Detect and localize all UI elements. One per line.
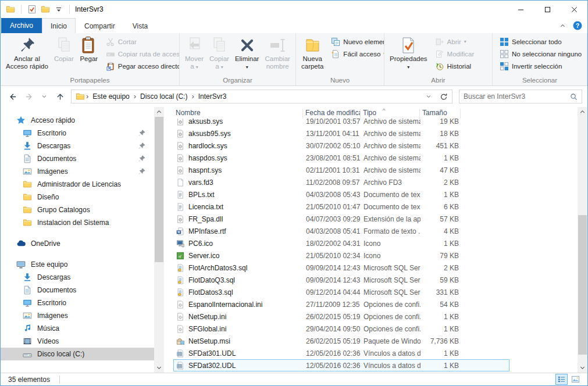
rename-button[interactable]: Cambiarnombre [262,35,293,72]
copy-path-button[interactable]: W...Copiar ruta de acceso [104,48,180,60]
new-item-icon [331,37,340,47]
scroll-up-arrow[interactable] [578,107,587,117]
sidebar-item-acceso-rapido[interactable]: Acceso rápido [1,114,154,127]
column-header-tipo[interactable]: ^Tipo [361,109,420,119]
app-folder-icon[interactable] [6,5,15,14]
sidebar-item-escritorio[interactable]: Escritorio [1,127,154,140]
sidebar-item-descargas[interactable]: Descargas [1,271,154,284]
file-row-haspdos-sys[interactable]: haspdos.sys23/08/2001 08:51 a...Archivo … [173,152,509,164]
file-row-licencia-txt[interactable]: Licencia.txt21/05/2010 01:47 a...Documen… [173,201,509,213]
sidebar-item-documentos[interactable]: Documentos [1,284,154,296]
open-button[interactable]: Abrir ▾ [433,35,477,48]
easy-access-button[interactable]: Fácil acceso ▾ [329,48,384,60]
details-view-button[interactable] [555,374,568,385]
breadcrumb-item-intersvr3[interactable]: InterSvr3 [195,92,230,101]
file-row-netsetup-ini[interactable]: NetSetup.ini26/02/2015 05:19 ...Opciones… [173,310,509,323]
move-to-button[interactable]: Movera ▾ [182,35,206,72]
column-header-tamano[interactable]: Tamaño [420,109,461,119]
file-row-netsetup-msi[interactable]: NetSetup.msi26/02/2015 05:19 ...Paquete … [173,335,509,347]
file-row-flotdatoq3-sql[interactable]: FlotDatoQ3.sql09/09/2014 12:43 a...Micro… [173,274,509,286]
thumbnails-view-button[interactable] [569,374,582,385]
search-icon[interactable] [570,93,578,101]
help-icon[interactable]: ? [573,21,582,30]
file-row-aksusb95-sys[interactable]: aksusb95.sys13/11/2001 04:11 a...Archivo… [173,127,509,140]
refresh-button[interactable] [437,90,451,103]
select-all-button[interactable]: Seleccionar todo [497,35,584,48]
properties-button[interactable]: Propiedades▾ [387,35,430,72]
properties-shortcut-icon[interactable] [27,5,37,14]
modify-button[interactable]: Modificar [433,48,477,60]
column-header-nombre[interactable]: Nombre [173,109,303,119]
file-row-espanolinternacional-ini[interactable]: EspanolInternacional.ini27/11/2009 12:35… [173,298,509,310]
customize-toolbar-icon[interactable] [54,5,63,14]
file-row-vars-fd3[interactable]: vars.fd311/02/2008 09:57 ...Archivo FD32… [173,176,509,188]
sidebar-item-imagenes[interactable]: Imágenes [1,309,154,322]
file-row-flotdatos3-sql[interactable]: FlotDatos3.sql09/12/2014 04:44 ...Micros… [173,286,509,298]
copy-to-button[interactable]: Copiara ▾ [206,35,232,72]
tab-inicio[interactable]: Inicio [42,18,76,33]
file-row-sfdat302-udl[interactable]: SFDat302.UDL12/05/2016 02:36 ...Vínculos… [173,359,509,371]
file-row-flotarchdatos3-sql[interactable]: FlotArchDatos3.sql09/09/2014 12:43 a...M… [173,262,509,274]
collapse-ribbon-icon[interactable] [560,23,566,29]
sidebar-item-diseno[interactable]: Diseño [1,191,154,203]
file-row-fr-spa-dll[interactable]: FR_Spa.dll04/07/2003 09:29 ...Extensión … [173,213,509,225]
address-dropdown-button[interactable] [422,90,436,103]
file-row-server-ico[interactable]: sfServer.ico21/05/2010 02:34 a...Icono79… [173,249,509,262]
scroll-down-arrow[interactable] [578,363,587,373]
sidebar-item-grupo-catalogos[interactable]: Grupo Catalogos [1,203,154,216]
recent-locations-button[interactable] [37,90,51,103]
sidebar-item-descargas[interactable]: Descargas [1,140,154,152]
sidebar-item-imagenes[interactable]: Imágenes [1,165,154,178]
address-bar[interactable]: ›Este equipo›Disco local (C:)›InterSvr3 [71,90,452,103]
copy-button[interactable]: Copiar [51,35,77,64]
new-folder-shortcut-icon[interactable] [41,5,50,14]
paste-button[interactable]: Pegar [77,35,101,64]
forward-button[interactable] [22,90,35,103]
sidebar-item-disco-local-c[interactable]: Disco local (C:) [1,348,154,360]
search-input[interactable] [464,92,566,101]
file-row-sfdat301-udl[interactable]: SFDat301.UDL12/05/2016 02:36 ...Vínculos… [173,347,509,359]
file-row-pc6-ico[interactable]: PC6.ico18/02/2002 04:31 ...Icono1 KB [173,237,509,249]
tab-compartir[interactable]: Compartir [76,18,124,33]
file-row-bpls-txt[interactable]: BPLs.txt04/03/2008 05:43 ...Documento de… [173,188,509,201]
scrollbar-thumb[interactable] [155,117,163,262]
new-folder-button[interactable]: Nuevacarpeta [298,35,326,72]
file-row-sfglobal-ini[interactable]: SFGlobal.ini29/04/2014 09:50 ...Opciones… [173,323,509,335]
back-button[interactable] [6,90,20,103]
delete-button[interactable]: Eliminar▾ [232,35,262,72]
sidebar-scrollbar[interactable] [154,107,164,373]
tab-vista[interactable]: Vista [124,18,156,33]
sidebar-item-administrador-de-licencias[interactable]: Administrador de Licencias [1,178,154,191]
filelist-scrollbar[interactable] [578,107,587,373]
minimize-button[interactable] [507,1,534,18]
search-box[interactable] [459,90,582,103]
sidebar-item-onedrive[interactable]: OneDrive [1,237,154,250]
file-row-haspnt-sys[interactable]: haspnt.sys02/11/2001 10:31 a...Archivo d… [173,164,509,176]
sidebar-item-este-equipo[interactable]: Este equipo [1,258,154,271]
breadcrumb-item-disco-local-c[interactable]: Disco local (C:) [137,92,190,101]
sidebar-item-musica[interactable]: Música [1,322,154,335]
sidebar-item-instalacion-del-sistema[interactable]: Instalacion del Sistema [1,216,154,229]
tab-archivo[interactable]: Archivo [1,18,42,33]
column-header-fecha-de-modifica[interactable]: Fecha de modifica... [303,109,361,119]
file-row-aksusb-sys[interactable]: aksusb.sys19/10/2001 03:57 a...Archivo d… [173,119,509,127]
close-button[interactable] [561,1,587,18]
maximize-button[interactable] [534,1,561,18]
history-button[interactable]: Historial [433,60,477,72]
scroll-down-arrow[interactable] [154,363,164,373]
scroll-up-arrow[interactable] [154,107,164,117]
sidebar-item-documentos[interactable]: Documentos [1,152,154,165]
paste-shortcut-button[interactable]: Pegar acceso directo [104,60,180,72]
sidebar-item-escritorio[interactable]: Escritorio [1,296,154,309]
cut-button[interactable]: Cortar [104,35,180,48]
invert-selection-button[interactable]: Invertir selección [497,60,584,72]
file-row-mpinfase-rtf[interactable]: WMPInfase.rtf04/03/2008 05:41 ...Formato… [173,225,509,237]
new-item-button[interactable]: Nuevo elemento ▾ [329,35,384,48]
pin-to-quick-access-button[interactable]: Anclar alAcceso rápido [3,35,51,72]
sidebar-item-videos[interactable]: Vídeos [1,335,154,348]
file-row-hardlock-sys[interactable]: hardlock.sys30/07/2002 05:10 a...Archivo… [173,140,509,152]
breadcrumb-item-este-equipo[interactable]: Este equipo [90,92,132,101]
select-none-button[interactable]: No seleccionar ninguno [497,48,584,60]
up-button[interactable] [53,90,67,103]
scrollbar-thumb[interactable] [578,215,587,355]
